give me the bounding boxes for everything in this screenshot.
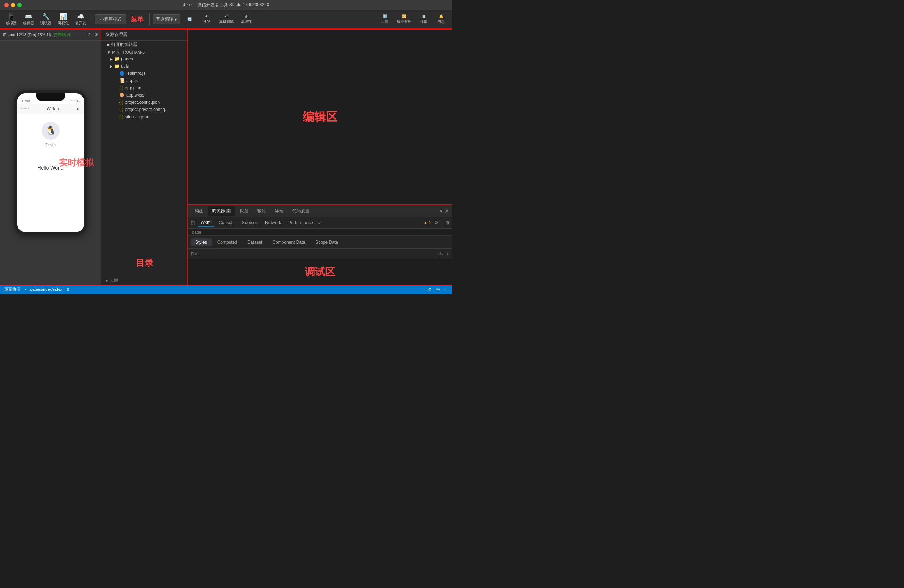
inner-tab-component-data[interactable]: Component Data (268, 238, 310, 246)
inner-tab-styles[interactable]: Styles (191, 238, 212, 246)
debugger-button[interactable]: 🔧 调试器 (38, 11, 54, 27)
editor-button[interactable]: ⌨️ 编辑器 (20, 11, 37, 27)
inner-tab-scope-data[interactable]: Scope Data (311, 238, 343, 246)
tab-build[interactable]: 构建 (191, 207, 207, 215)
element-path: -page- (191, 230, 202, 234)
explorer-footer[interactable]: ▶ 大纲 (101, 276, 188, 285)
filter-row: .cls + (188, 249, 452, 259)
status-more-icon[interactable]: ··· (444, 287, 448, 291)
compile-button[interactable]: 🔄 (182, 16, 198, 23)
file-item-privateconfig[interactable]: {·} project.private.config... (101, 106, 188, 113)
detail-button[interactable]: ☰ 详情 (416, 13, 432, 26)
file-name-appjson: app.json (125, 85, 185, 90)
minimize-button[interactable] (11, 3, 15, 7)
close-button[interactable] (4, 3, 9, 7)
file-item-appjs[interactable]: 📜 app.js (101, 77, 188, 84)
more-tabs-icon[interactable]: » (318, 220, 321, 225)
phone-icon: 📲 (224, 14, 229, 19)
maximize-button[interactable] (17, 3, 22, 7)
page-path-value[interactable]: pages/index/index (30, 287, 63, 291)
page-path-label: 页面路径 (4, 287, 20, 292)
debugger-panel: 构建 调试器2 问题 输出 终端 代码质量 ∧ ✕ ⬚ Wxml (188, 205, 452, 285)
add-style-icon[interactable]: + (446, 251, 449, 257)
devtools-tab-network[interactable]: Network (262, 219, 284, 227)
simulator-label: 模拟器 (6, 21, 17, 26)
config-icon: {·} (119, 100, 123, 105)
more-menu-icon[interactable]: ⋮ (440, 220, 444, 225)
window-title: demo - 微信开发者工具 Stable 1.06.2303220 (183, 2, 269, 8)
file-item-appwxss[interactable]: 🎨 app.wxss (101, 92, 188, 99)
open-editors-label: 打开的编辑器 (111, 41, 137, 48)
cloud-label: 云开发 (75, 21, 86, 26)
compile-mode-select[interactable]: 普通编译 ▾ (153, 14, 180, 24)
clear-cache-button[interactable]: 🗑 清缓存 (238, 13, 254, 26)
collapse-icon[interactable]: ∧ (439, 208, 443, 214)
filter-input[interactable] (191, 252, 434, 256)
tab-terminal[interactable]: 终端 (271, 207, 287, 215)
dock-icon[interactable]: ⊞ (446, 220, 449, 225)
debugger-label: 调试器 (41, 21, 51, 26)
eye-icon[interactable]: 👁 (436, 287, 440, 291)
tab-output[interactable]: 输出 (254, 207, 270, 215)
copy-icon[interactable]: ⧉ (66, 287, 70, 292)
message-button[interactable]: 🔔 消息 (433, 13, 449, 26)
mini-prog-mode-button[interactable]: 小程序模式 (95, 14, 126, 24)
cloud-icon: ☁️ (77, 13, 84, 20)
rotate-icon[interactable]: ↺ (87, 32, 90, 37)
file-item-eslint[interactable]: 🔵 .eslintrc.js (101, 70, 188, 77)
close-panel-icon[interactable]: ✕ (445, 208, 449, 214)
chevron-right-icon: ▶ (107, 43, 110, 47)
version-mgmt-button[interactable]: 🔀 版本管理 (394, 13, 414, 26)
file-item-sitemap[interactable]: {·} sitemap.json (101, 113, 188, 120)
project-root[interactable]: ▼ MINIPROGRAM-3 (101, 49, 188, 55)
simulator-button[interactable]: 📱 模拟器 (3, 11, 19, 27)
devtools-tab-sources[interactable]: Sources (239, 219, 261, 227)
file-item-pages[interactable]: ▶ 📁 pages (101, 55, 188, 63)
tab-code-quality[interactable]: 代码质量 (289, 207, 313, 215)
traffic-lights (4, 3, 22, 7)
visual-icon: 📊 (60, 13, 67, 20)
settings-icon[interactable]: ⚙ (434, 220, 438, 225)
device-label: iPhone 12/13 (Pro) 75% 16 (3, 33, 51, 37)
devtools-tab-performance[interactable]: Performance (285, 219, 316, 227)
file-name-sitemap: sitemap.json (125, 114, 185, 119)
eye-icon: 👁 (205, 14, 209, 19)
file-item-projectconfig[interactable]: {·} project.config.json (101, 99, 188, 106)
debugger-content: 调试区 (188, 259, 452, 285)
tab-debugger[interactable]: 调试器2 (208, 207, 235, 215)
phone-nav-bar: ⋯⋯ Weixin ⊙ (17, 104, 84, 114)
hot-reload-label[interactable]: 热重载 开 (54, 32, 71, 37)
file-item-utils[interactable]: ▶ 📁 utils (101, 63, 188, 70)
inner-tab-dataset[interactable]: Dataset (243, 238, 267, 246)
explorer-menu-icon[interactable]: ··· (180, 32, 183, 37)
upload-button[interactable]: ⬆️ 上传 (377, 13, 393, 26)
open-editors-section[interactable]: ▶ 打开的编辑器 (101, 41, 188, 49)
main-content: iPhone 12/13 (Pro) 75% 16 热重载 开 ↺ ⊙ 16:0… (0, 29, 452, 285)
explorer-title: 资源管理器 (106, 32, 127, 38)
debugger-badge: 2 (226, 209, 231, 213)
simulator-panel: iPhone 12/13 (Pro) 75% 16 热重载 开 ↺ ⊙ 16:0… (0, 29, 101, 285)
battery-indicator: 100% (71, 99, 79, 103)
nav-title: Weixin (47, 107, 59, 111)
tab-problems[interactable]: 问题 (237, 207, 252, 215)
file-name-appjs: app.js (126, 78, 185, 83)
cls-button[interactable]: .cls (437, 252, 443, 256)
devtools-tab-console[interactable]: Console (216, 219, 237, 227)
more-icon[interactable]: ⊙ (77, 107, 80, 111)
stop-icon[interactable]: ⊙ (95, 32, 98, 37)
visual-button[interactable]: 📊 可视化 (55, 11, 71, 27)
cloud-button[interactable]: ☁️ 云开发 (72, 11, 89, 27)
back-icon: ⋯⋯ (21, 107, 29, 111)
file-item-appjson[interactable]: {·} app.json (101, 84, 188, 92)
chevron-right-icon: ▶ (106, 278, 109, 283)
status-left: 页面路径 › pages/index/index ⧉ (4, 287, 70, 292)
chevron-right-icon: › (25, 287, 26, 291)
chevron-right-icon: ▶ (110, 64, 113, 68)
inner-tab-computed[interactable]: Computed (213, 238, 242, 246)
inspect-icon[interactable]: ⬚ (191, 220, 195, 225)
preview-button[interactable]: 👁 预览 (199, 13, 215, 26)
settings-icon[interactable]: ⚙ (428, 287, 432, 292)
real-debug-button[interactable]: 📲 真机调试 (216, 13, 237, 26)
file-name-projectconfig: project.config.json (125, 100, 185, 105)
devtools-tab-wxml[interactable]: Wxml (198, 218, 215, 227)
